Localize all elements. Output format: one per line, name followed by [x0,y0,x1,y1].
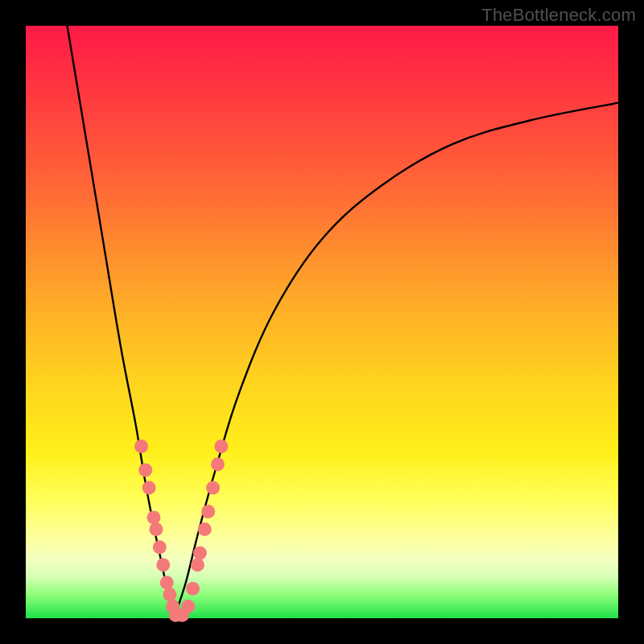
data-marker [201,505,215,518]
chart-frame: TheBottleneck.com [0,0,644,644]
series-right-branch [174,103,618,618]
data-marker [149,522,163,536]
data-marker [142,481,156,495]
data-marker [211,457,225,471]
data-marker [163,588,176,601]
data-marker [186,582,200,596]
data-marker [160,576,174,589]
data-marker [156,558,170,572]
data-marker [147,510,160,524]
plot-area [26,26,618,618]
data-marker [181,600,195,613]
data-marker [198,522,212,536]
data-marker [214,440,228,453]
data-marker [191,558,204,572]
watermark-text: TheBottleneck.com [481,5,636,26]
data-marker [193,547,207,560]
data-marker [206,481,220,495]
data-marker [138,464,152,477]
data-marker [134,440,148,453]
data-marker [153,540,167,554]
chart-svg [26,26,618,618]
